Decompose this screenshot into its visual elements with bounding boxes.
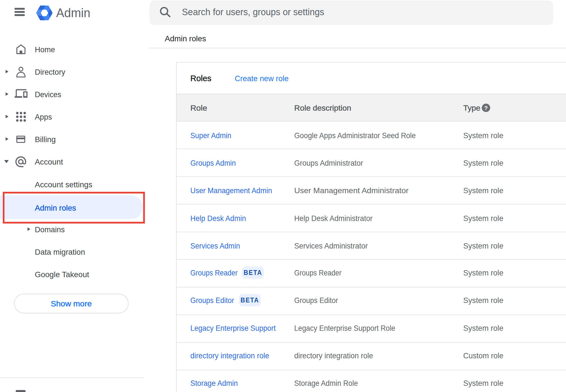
svg-text:?: ? (484, 105, 488, 111)
